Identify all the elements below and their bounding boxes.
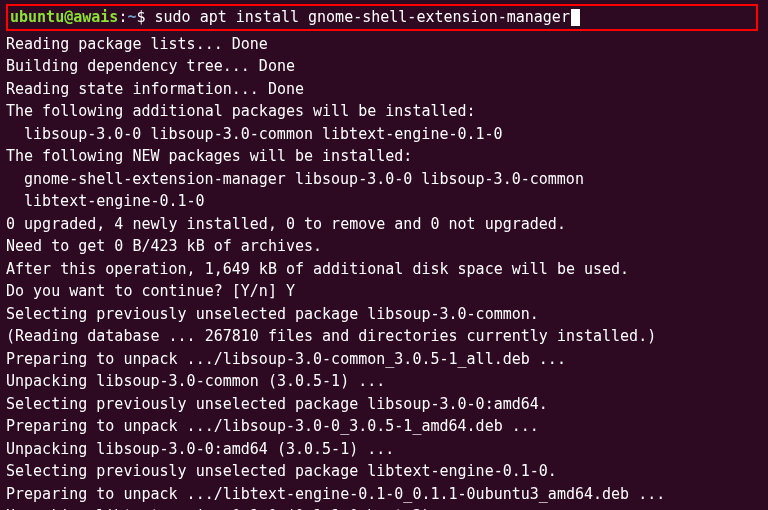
terminal-output: Reading package lists... DoneBuilding de…	[6, 33, 762, 511]
output-line: gnome-shell-extension-manager libsoup-3.…	[6, 168, 762, 191]
output-line: Unpacking libsoup-3.0-0:amd64 (3.0.5-1) …	[6, 438, 762, 461]
output-line: Preparing to unpack .../libsoup-3.0-comm…	[6, 348, 762, 371]
output-line: Do you want to continue? [Y/n] Y	[6, 280, 762, 303]
output-line: Reading package lists... Done	[6, 33, 762, 56]
output-line: 0 upgraded, 4 newly installed, 0 to remo…	[6, 213, 762, 236]
output-line: (Reading database ... 267810 files and d…	[6, 325, 762, 348]
output-line: Selecting previously unselected package …	[6, 303, 762, 326]
prompt-dollar: $	[136, 8, 154, 26]
output-line: The following NEW packages will be insta…	[6, 145, 762, 168]
output-line: libsoup-3.0-0 libsoup-3.0-common libtext…	[6, 123, 762, 146]
command-text: sudo apt install gnome-shell-extension-m…	[155, 8, 570, 26]
output-line: The following additional packages will b…	[6, 100, 762, 123]
output-line: After this operation, 1,649 kB of additi…	[6, 258, 762, 281]
output-line: Selecting previously unselected package …	[6, 393, 762, 416]
prompt-user-host: ubuntu@awais	[10, 8, 118, 26]
output-line: Preparing to unpack .../libsoup-3.0-0_3.…	[6, 415, 762, 438]
prompt-line[interactable]: ubuntu@awais:~$ sudo apt install gnome-s…	[6, 4, 758, 31]
output-line: Selecting previously unselected package …	[6, 460, 762, 483]
output-line: Unpacking libtext-engine-0.1-0 (0.1.1-0u…	[6, 505, 762, 510]
output-line: Unpacking libsoup-3.0-common (3.0.5-1) .…	[6, 370, 762, 393]
cursor-icon	[571, 9, 580, 26]
output-line: Need to get 0 B/423 kB of archives.	[6, 235, 762, 258]
output-line: Preparing to unpack .../libtext-engine-0…	[6, 483, 762, 506]
output-line: libtext-engine-0.1-0	[6, 190, 762, 213]
output-line: Reading state information... Done	[6, 78, 762, 101]
output-line: Building dependency tree... Done	[6, 55, 762, 78]
